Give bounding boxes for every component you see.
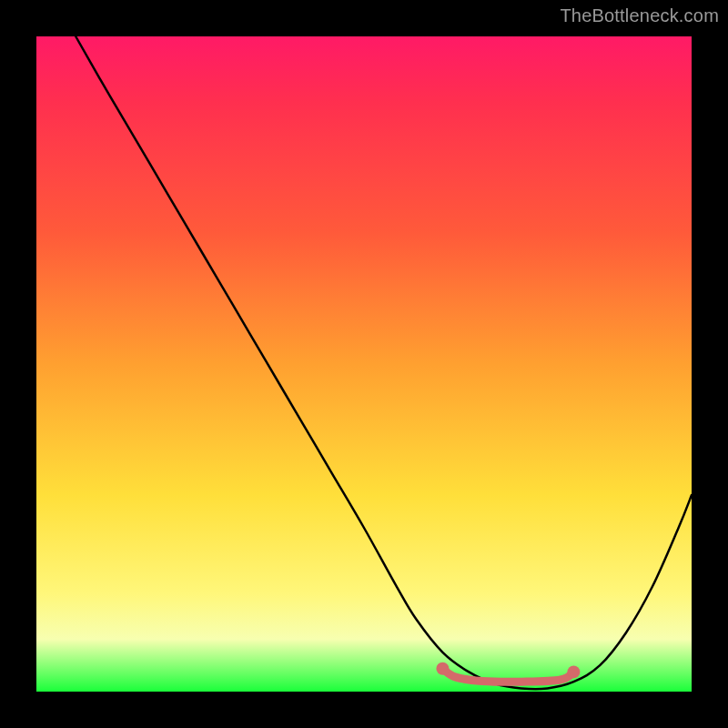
optimal-zone-start-dot: [436, 662, 449, 675]
plot-area: [36, 36, 692, 692]
bottleneck-curve: [76, 36, 692, 689]
optimal-zone-end-dot: [567, 665, 580, 678]
plot-svg: [36, 36, 692, 692]
watermark-text: TheBottleneck.com: [560, 5, 719, 26]
optimal-zone-marker: [442, 669, 573, 682]
chart-frame: TheBottleneck.com: [0, 0, 728, 728]
